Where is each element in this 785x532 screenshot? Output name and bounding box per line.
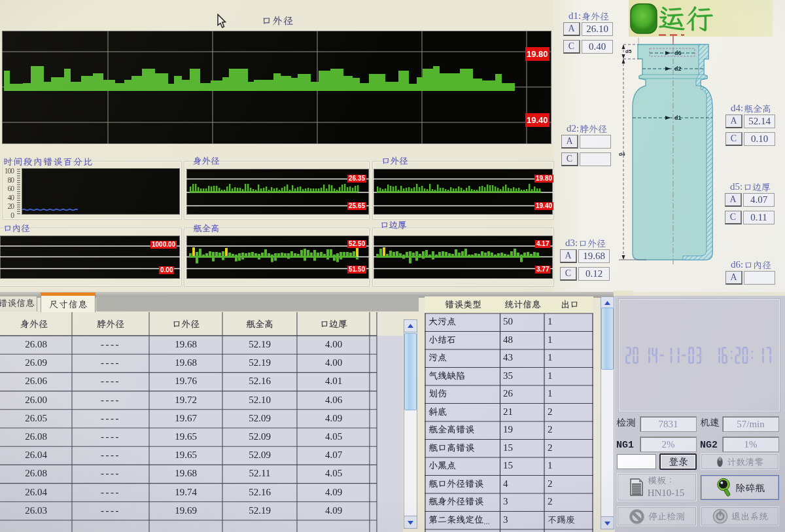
- svg-text:d5: d5: [625, 48, 632, 54]
- svg-text:d2: d2: [674, 65, 682, 72]
- svg-text:d1: d1: [674, 115, 682, 121]
- svg-text:d6: d6: [674, 50, 682, 56]
- svg-text:d4: d4: [619, 151, 625, 157]
